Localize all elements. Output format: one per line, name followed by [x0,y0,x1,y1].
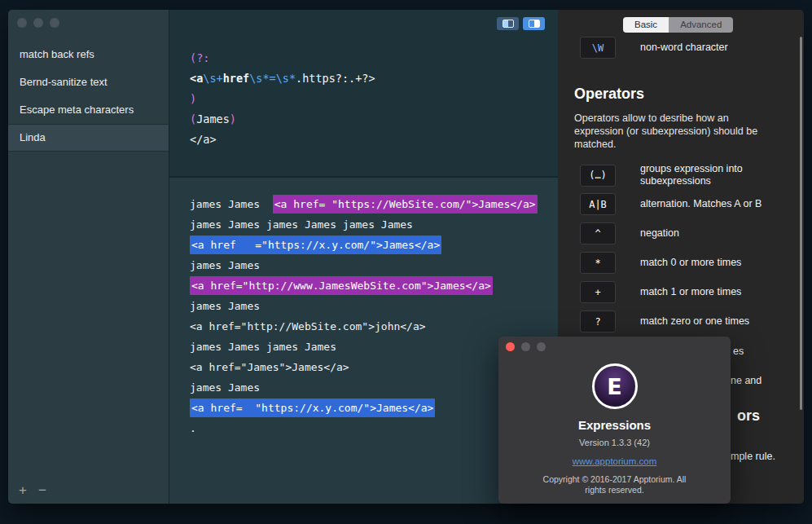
symbol-plus: + [580,281,616,303]
window-controls [8,10,169,28]
close-button[interactable] [17,18,27,28]
tab-basic[interactable]: Basic [623,17,669,33]
sidebar-footer: + − [19,482,46,499]
reference-mode-switch: Basic Advanced [623,17,733,33]
regex-line: (?: [190,48,558,68]
symbol-non-word: \W [580,37,616,59]
tab-advanced[interactable]: Advanced [669,17,733,33]
match-highlight: <a href= "https://x.y.com/">James</a> [190,399,435,417]
test-line: james James james James james James [190,214,558,235]
test-line: <a href="http://www.JamesWebSite.com">Ja… [190,275,558,296]
match-highlight: <a href ="https://x.y.com/">James</a> [190,236,441,254]
minimize-button[interactable] [521,342,530,351]
symbol-alternation: A|B [580,193,616,215]
copyright-text: Copyright © 2016-2017 Apptorium. All rig… [498,474,731,495]
toggle-left-panel-button[interactable] [497,17,519,30]
app-name: Expressions [498,418,731,432]
regex-line: ) [190,89,558,109]
zoom-button[interactable] [537,342,546,351]
zoom-button[interactable] [50,18,59,28]
screen: match back refs Bernd-sanitize text Esca… [0,0,812,524]
regex-line: (James) [190,109,558,130]
app-version: Version 1.3.3 (42) [498,438,731,447]
left-panel-icon [503,20,514,28]
expressions-logo-icon: E [592,363,638,409]
about-dialog: E Expressions Version 1.3.3 (42) www.app… [498,337,731,504]
test-line: <a href ="https://x.y.com/">James</a> [190,235,558,255]
reference-text-fragment: ne and [731,375,762,386]
list-item-escape-meta-characters[interactable]: Escape meta characters [8,96,169,124]
symbol-star: * [580,252,616,274]
reference-heading-fragment: ors [737,407,760,425]
pattern-list: match back refs Bernd-sanitize text Esca… [8,41,169,152]
list-item-match-back-refs[interactable]: match back refs [8,41,169,68]
reference-row: ? match zero or one times [580,310,803,332]
match-highlight: <a href="http://www.JamesWebSite.com">Ja… [190,276,493,295]
regex-pattern-editor[interactable]: (?: <a\s+href\s*=\s*.https?:.+?> ) (Jame… [169,10,558,178]
symbol-question: ? [580,310,616,332]
reference-row: + match 1 or more times [580,281,803,303]
regex-line: </a> [190,130,558,150]
match-highlight: <a href= "https://WebSite.com/">James</a… [273,195,538,214]
right-panel-icon [529,20,540,28]
reference-row: ^ negation [580,222,803,244]
panel-toggle-group [497,17,545,30]
symbol-group: (…) [580,165,616,187]
regex-line: <a\s+href\s*=\s*.https?:.+?> [190,68,558,89]
website-link-row: www.apptorium.com [498,456,731,466]
list-item-linda-selected[interactable]: Linda [8,124,169,152]
reference-text-fragment: mple rule. [731,451,775,462]
add-pattern-button[interactable]: + [19,482,27,499]
reference-text-fragment: es [733,346,744,357]
reference-row: * match 0 or more times [580,252,803,274]
test-line: <a href="http://WebSite.com">john</a> [190,316,558,337]
test-line: james James [190,296,558,316]
apptorium-link[interactable]: www.apptorium.com [573,456,657,466]
test-line: james James [190,255,558,275]
section-description: Operators allow to desribe how an expres… [574,112,774,151]
test-line: james James <a href= "https://WebSite.co… [190,194,558,214]
minimize-button[interactable] [33,18,43,28]
section-title: Operators [574,86,644,103]
close-button[interactable] [506,342,515,351]
symbol-negation: ^ [580,222,616,244]
scrollbar[interactable] [800,37,802,410]
reference-row: A|B alternation. Matches A or B [580,193,803,215]
reference-row: \W non-word character [580,37,803,59]
sidebar: match back refs Bernd-sanitize text Esca… [8,10,169,504]
list-item-bernd-sanitize-text[interactable]: Bernd-sanitize text [8,68,169,96]
remove-pattern-button[interactable]: − [38,482,46,499]
reference-row: (…) groups expression into subexpression… [580,163,803,187]
about-window-controls [498,337,731,351]
toggle-right-panel-button[interactable] [523,17,545,30]
